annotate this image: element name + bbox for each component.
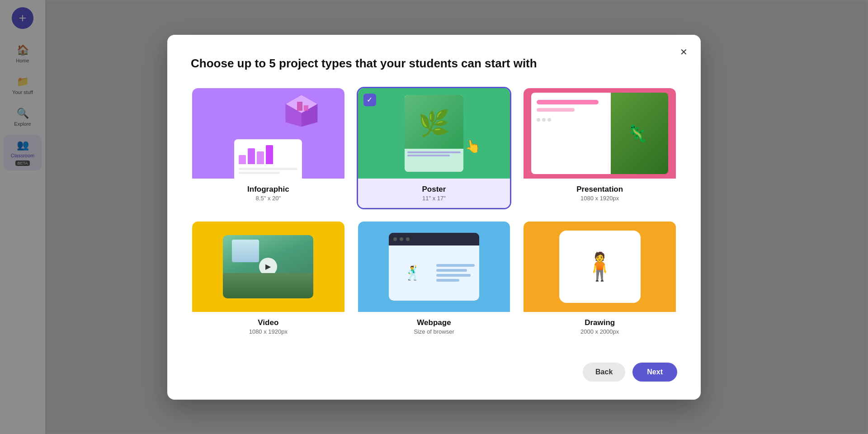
webpage-info: Webpage Size of browser (358, 312, 510, 341)
video-info: Video 1080 x 1920px (192, 312, 344, 341)
video-name: Video (199, 318, 337, 327)
browser-content: 🕺 (389, 245, 479, 301)
poster-info: Poster 11" x 17" (358, 179, 510, 208)
browser-dot-1 (393, 237, 397, 241)
presentation-size: 1080 x 1920px (531, 195, 669, 202)
poster-doc-card: 🌿 (405, 95, 463, 172)
modal-close-button[interactable]: ✕ (675, 44, 692, 60)
browser-toolbar (389, 233, 479, 245)
video-size: 1080 x 1920px (199, 328, 337, 335)
presentation-thumbnail: 🦎 (524, 88, 676, 179)
modal-overlay[interactable]: ✕ Choose up to 5 project types that your… (0, 0, 868, 434)
modal-footer: Back Next (191, 359, 677, 382)
poster-size: 11" x 17" (365, 195, 503, 202)
project-card-poster[interactable]: ✓ 🌿 (357, 87, 512, 209)
browser-line-2 (436, 269, 467, 272)
drawing-size: 2000 x 2000px (531, 328, 669, 335)
video-thumbnail: ▶ (192, 222, 344, 312)
project-card-video[interactable]: ▶ Video 1080 x 1920px (191, 220, 346, 343)
infographic-doc (234, 139, 302, 179)
infographic-info: Infographic 8.5" x 20" (192, 179, 344, 208)
close-icon: ✕ (680, 47, 688, 57)
project-card-infographic[interactable]: Infographic 8.5" x 20" (191, 87, 346, 209)
3d-shape-icon (281, 93, 322, 129)
browser-line-1 (436, 264, 475, 267)
browser-figure: 🕺 (393, 250, 432, 296)
next-button[interactable]: Next (632, 363, 677, 382)
browser-text-lines (436, 250, 475, 296)
modal-title: Choose up to 5 project types that your s… (191, 57, 677, 71)
infographic-size: 8.5" x 20" (199, 195, 337, 202)
webpage-thumbnail: 🕺 (358, 222, 510, 312)
presentation-slide (531, 93, 611, 174)
project-card-presentation[interactable]: 🦎 (522, 87, 677, 209)
project-card-webpage[interactable]: 🕺 Webpage Si (357, 220, 512, 343)
browser-dot-3 (406, 237, 410, 241)
infographic-thumbnail (192, 88, 344, 179)
back-button[interactable]: Back (583, 363, 625, 382)
video-screen: ▶ (223, 235, 313, 298)
webpage-name: Webpage (365, 318, 503, 327)
browser-line-3 (436, 274, 471, 277)
svg-rect-5 (304, 105, 308, 111)
drawing-thumbnail: 🧍 (524, 222, 676, 312)
drawing-name: Drawing (531, 318, 669, 327)
project-type-modal: ✕ Choose up to 5 project types that your… (167, 35, 701, 400)
svg-rect-4 (297, 102, 302, 111)
poster-checkbox: ✓ (363, 94, 376, 106)
poster-thumbnail: 🌿 👆 (358, 88, 510, 179)
drawing-frame: 🧍 (559, 231, 641, 303)
browser-line-4 (436, 279, 459, 282)
presentation-name: Presentation (531, 185, 669, 194)
drawing-info: Drawing 2000 x 2000px (524, 312, 676, 341)
cursor-icon: 👆 (464, 137, 482, 155)
project-card-drawing[interactable]: 🧍 Drawing 2000 x 2000px (522, 220, 677, 343)
project-type-grid: Infographic 8.5" x 20" ✓ 🌿 (191, 87, 677, 343)
browser-window: 🕺 (389, 233, 479, 301)
poster-name: Poster (365, 185, 503, 194)
browser-dot-2 (400, 237, 403, 241)
infographic-name: Infographic (199, 185, 337, 194)
presentation-info: Presentation 1080 x 1920px (524, 179, 676, 208)
webpage-size: Size of browser (365, 328, 503, 335)
